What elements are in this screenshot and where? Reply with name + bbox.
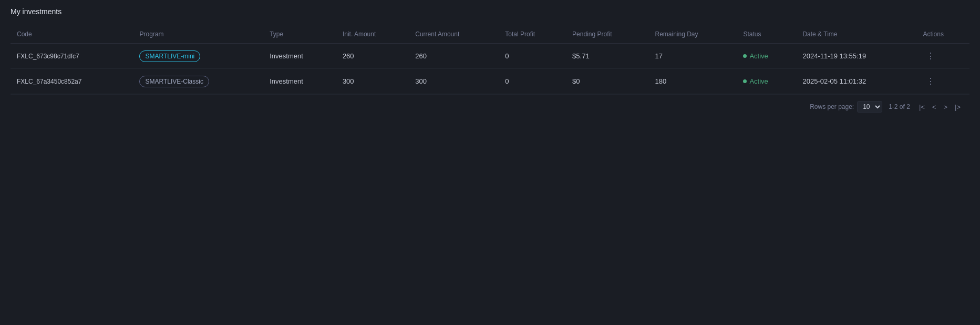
cell-current-amount: 300 xyxy=(409,69,499,94)
investments-table-wrapper: Code Program Type Init. Amount Current A… xyxy=(11,25,969,119)
col-init-amount: Init. Amount xyxy=(336,25,409,44)
last-page-button[interactable]: |> xyxy=(952,102,963,112)
cell-date-time: 2025-02-05 11:01:32 xyxy=(796,69,916,94)
pagination-controls: |< < > |> xyxy=(916,102,963,112)
program-badge: SMARTLIVE-Classic xyxy=(139,76,209,87)
cell-status: Active xyxy=(737,44,796,69)
cell-type: Investment xyxy=(263,69,336,94)
cell-program: SMARTLIVE-mini xyxy=(133,44,263,69)
status-dot xyxy=(743,79,747,83)
cell-actions: ⋮ xyxy=(917,69,969,94)
cell-remaining-day: 180 xyxy=(648,69,737,94)
rows-per-page-select[interactable]: 10 25 50 xyxy=(857,101,882,113)
col-total-profit: Total Profit xyxy=(499,25,566,44)
next-page-button[interactable]: > xyxy=(941,102,950,112)
actions-menu-button[interactable]: ⋮ xyxy=(923,50,938,62)
prev-page-button[interactable]: < xyxy=(930,102,939,112)
table-row: FXLC_673c98c71dfc7 SMARTLIVE-mini Invest… xyxy=(11,44,969,69)
table-row: FXLC_67a3450c852a7 SMARTLIVE-Classic Inv… xyxy=(11,69,969,94)
first-page-button[interactable]: |< xyxy=(916,102,927,112)
cell-date-time: 2024-11-19 13:55:19 xyxy=(796,44,916,69)
cell-code: FXLC_673c98c71dfc7 xyxy=(11,44,133,69)
pagination-range: 1-2 of 2 xyxy=(889,103,910,110)
cell-current-amount: 260 xyxy=(409,44,499,69)
col-type: Type xyxy=(263,25,336,44)
program-badge: SMARTLIVE-mini xyxy=(139,50,200,62)
col-code: Code xyxy=(11,25,133,44)
pagination-row: Rows per page: 10 25 50 1-2 of 2 |< < > … xyxy=(11,94,969,119)
rows-per-page: Rows per page: 10 25 50 xyxy=(810,101,882,113)
cell-remaining-day: 17 xyxy=(648,44,737,69)
status-label: Active xyxy=(749,52,768,60)
cell-total-profit: 0 xyxy=(499,69,566,94)
cell-status: Active xyxy=(737,69,796,94)
table-header-row: Code Program Type Init. Amount Current A… xyxy=(11,25,969,44)
col-status: Status xyxy=(737,25,796,44)
col-pending-profit: Pending Profit xyxy=(566,25,648,44)
status-label: Active xyxy=(749,77,768,85)
cell-type: Investment xyxy=(263,44,336,69)
cell-code: FXLC_67a3450c852a7 xyxy=(11,69,133,94)
investments-table: Code Program Type Init. Amount Current A… xyxy=(11,25,969,94)
actions-menu-button[interactable]: ⋮ xyxy=(923,75,938,87)
col-remaining-day: Remaining Day xyxy=(648,25,737,44)
cell-total-profit: 0 xyxy=(499,44,566,69)
cell-init-amount: 300 xyxy=(336,69,409,94)
cell-pending-profit: $0 xyxy=(566,69,648,94)
cell-program: SMARTLIVE-Classic xyxy=(133,69,263,94)
col-date-time: Date & Time xyxy=(796,25,916,44)
cell-init-amount: 260 xyxy=(336,44,409,69)
col-program: Program xyxy=(133,25,263,44)
col-current-amount: Current Amount xyxy=(409,25,499,44)
col-actions: Actions xyxy=(917,25,969,44)
rows-per-page-label: Rows per page: xyxy=(810,103,854,110)
status-dot xyxy=(743,54,747,58)
cell-pending-profit: $5.71 xyxy=(566,44,648,69)
page-container: My investments Code Program Type Init. A… xyxy=(0,0,980,126)
page-title: My investments xyxy=(11,7,969,16)
cell-actions: ⋮ xyxy=(917,44,969,69)
